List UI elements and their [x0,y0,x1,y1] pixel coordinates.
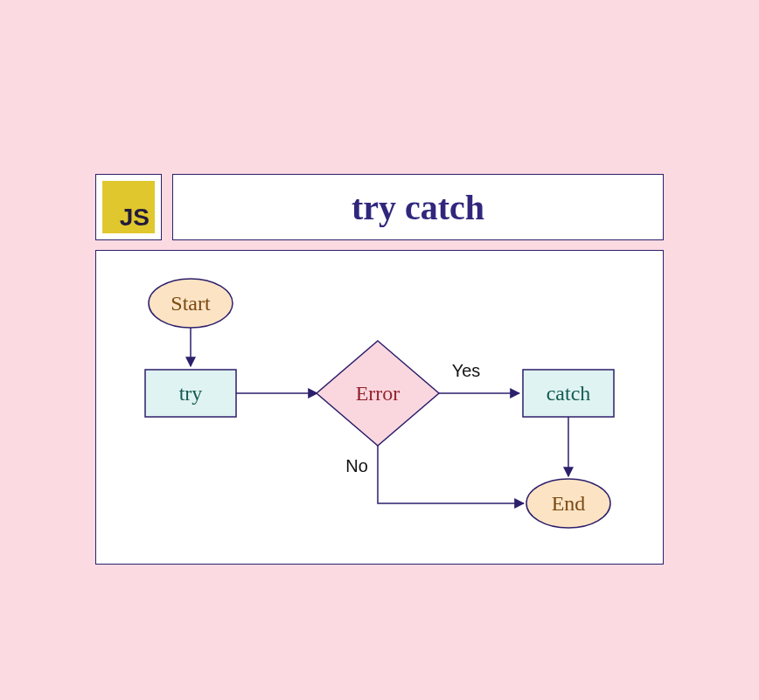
flowchart-svg: Start try Error [96,251,665,564]
edge-error-end [378,446,524,503]
label-yes: Yes [444,357,488,384]
logo-text: JS [120,204,150,232]
node-error: Error [317,341,439,446]
logo-frame: JS [95,174,162,240]
flowchart-panel: Start try Error [95,250,664,565]
node-catch: catch [523,370,614,417]
label-error: Error [334,371,421,415]
title-box: try catch [172,174,664,240]
page-title: try catch [352,187,484,228]
diagram-container: JS try catch Start [95,174,664,565]
node-try: try [145,370,236,417]
label-end: End [526,479,610,528]
label-no-wrap: No [339,454,374,478]
js-logo-icon: JS [102,181,155,233]
label-try: try [145,370,236,417]
label-no: No [339,454,374,478]
node-end: End [526,479,610,528]
header-row: JS try catch [95,174,664,240]
label-catch: catch [523,370,614,417]
node-start: Start [149,279,233,328]
label-yes-wrap: Yes [444,357,488,384]
label-start: Start [149,279,233,328]
